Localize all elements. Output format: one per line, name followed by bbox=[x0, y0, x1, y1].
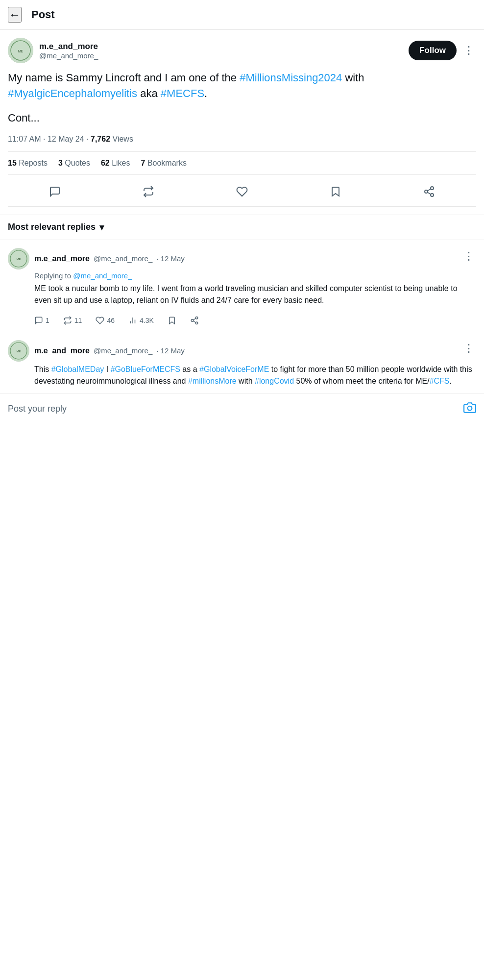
author-name[interactable]: m.e_and_more bbox=[39, 42, 98, 51]
likes-stat[interactable]: 62 Likes bbox=[101, 159, 130, 168]
reply-repost-count: 11 bbox=[74, 317, 82, 324]
stats-row: 15 Reposts 3 Quotes 62 Likes 7 Bookmarks bbox=[8, 151, 476, 175]
quotes-stat[interactable]: 3 Quotes bbox=[58, 159, 90, 168]
reposts-count: 15 bbox=[8, 159, 17, 167]
post-views-count: 7,762 bbox=[91, 135, 110, 143]
mention-link[interactable]: @me_and_more_ bbox=[73, 271, 132, 280]
share-action-button[interactable] bbox=[419, 182, 439, 201]
reply-author-info: m.e_and_more @me_and_more_ · 12 May bbox=[34, 254, 185, 263]
svg-point-5 bbox=[431, 194, 434, 196]
quotes-count: 3 bbox=[58, 159, 63, 167]
post-container: ME m.e_and_more @me_and_more_ Follow ⋮ M… bbox=[0, 30, 484, 215]
bookmark-action-button[interactable] bbox=[326, 182, 345, 201]
reply-actions: 1 11 46 4.3K bbox=[34, 312, 476, 332]
comment-icon bbox=[34, 316, 43, 325]
reply-avatar[interactable]: ME bbox=[8, 248, 29, 270]
repost-icon bbox=[63, 316, 72, 325]
camera-button[interactable] bbox=[463, 401, 476, 417]
follow-button[interactable]: Follow bbox=[409, 41, 457, 60]
svg-text:ME: ME bbox=[17, 350, 21, 353]
post-meta: 11:07 AM · 12 May 24 · 7,762 Views bbox=[8, 135, 476, 144]
reply-author-name[interactable]: m.e_and_more bbox=[34, 254, 90, 263]
reply-icon bbox=[49, 186, 61, 197]
hashtag-millionsmissing[interactable]: #MillionsMissing2024 bbox=[240, 72, 342, 84]
reply-2-author-name[interactable]: m.e_and_more bbox=[34, 346, 90, 355]
svg-text:ME: ME bbox=[17, 258, 21, 261]
svg-text:ME: ME bbox=[18, 49, 24, 53]
reply-author-left: ME m.e_and_more @me_and_more_ · 12 May bbox=[8, 248, 185, 270]
reply-handle[interactable]: @me_and_more_ bbox=[94, 254, 152, 263]
reposts-label: Reposts bbox=[19, 159, 48, 167]
reply-2-text: This #GlobalMEDay I #GoBlueForMECFS as a… bbox=[34, 364, 476, 387]
reply-share-button[interactable] bbox=[190, 316, 199, 325]
chevron-down-icon: ▾ bbox=[99, 222, 104, 233]
reply-2-date: · 12 May bbox=[156, 346, 185, 355]
replying-to: Replying to @me_and_more_ bbox=[34, 271, 476, 280]
reply-2-body: This #GlobalMEDay I #GoBlueForMECFS as a… bbox=[8, 364, 476, 387]
reply-action-button[interactable] bbox=[45, 182, 65, 201]
post-views-label: Views bbox=[113, 135, 133, 143]
author-right: Follow ⋮ bbox=[409, 41, 476, 60]
hashtag-mecfs[interactable]: #MECFS bbox=[161, 87, 204, 99]
author-handle[interactable]: @me_and_more_ bbox=[39, 51, 98, 60]
hashtag-millionsmore[interactable]: #millionsMore bbox=[188, 377, 237, 385]
quotes-label: Quotes bbox=[65, 159, 90, 167]
author-row: ME m.e_and_more @me_and_more_ Follow ⋮ bbox=[8, 38, 476, 63]
reply-comment-button[interactable]: 1 bbox=[34, 316, 49, 325]
filter-row[interactable]: Most relevant replies ▾ bbox=[0, 215, 484, 240]
post-time: 11:07 AM bbox=[8, 135, 41, 143]
camera-icon bbox=[463, 401, 476, 414]
bookmark-icon bbox=[168, 316, 176, 325]
author-info: m.e_and_more @me_and_more_ bbox=[39, 42, 98, 60]
reply-bookmark-button[interactable] bbox=[168, 316, 176, 325]
svg-point-14 bbox=[195, 317, 198, 319]
hashtag-goblue[interactable]: #GoBlueForMECFS bbox=[111, 365, 180, 373]
actions-row bbox=[8, 177, 476, 207]
reply-more-button[interactable]: ⋮ bbox=[461, 248, 476, 265]
reply-2-author-left: ME m.e_and_more @me_and_more_ · 12 May bbox=[8, 340, 185, 362]
svg-line-17 bbox=[193, 321, 195, 322]
post-date: 12 May 24 bbox=[48, 135, 84, 143]
svg-point-3 bbox=[431, 187, 434, 190]
hashtag-longcovid[interactable]: #longCovid bbox=[255, 377, 294, 385]
svg-point-15 bbox=[191, 319, 194, 321]
svg-point-22 bbox=[468, 406, 472, 410]
bookmarks-count: 7 bbox=[141, 159, 145, 167]
reply-2-author-info: m.e_and_more @me_and_more_ · 12 May bbox=[34, 346, 185, 355]
reply-views-count: 4.3K bbox=[140, 317, 154, 324]
post-reply-placeholder[interactable]: Post your reply bbox=[8, 404, 67, 414]
like-action-button[interactable] bbox=[232, 182, 252, 201]
post-cont-text: Cont... bbox=[8, 110, 476, 126]
back-button[interactable]: ← bbox=[8, 7, 22, 23]
svg-line-18 bbox=[193, 318, 195, 320]
reposts-stat[interactable]: 15 Reposts bbox=[8, 159, 48, 168]
reply-repost-button[interactable]: 11 bbox=[63, 316, 82, 325]
reply-like-button[interactable]: 46 bbox=[96, 316, 115, 325]
post-text: My name is Sammy Lincroft and I am one o… bbox=[8, 70, 476, 101]
views-icon bbox=[128, 316, 137, 325]
hashtag-me[interactable]: #MyalgicEncephalomyelitis bbox=[8, 87, 137, 99]
bookmarks-label: Bookmarks bbox=[147, 159, 187, 167]
more-options-button[interactable]: ⋮ bbox=[461, 42, 476, 59]
reply-like-count: 46 bbox=[107, 317, 115, 324]
svg-point-16 bbox=[195, 322, 198, 324]
reply-author-row: ME m.e_and_more @me_and_more_ · 12 May ⋮ bbox=[8, 248, 476, 270]
page-title: Post bbox=[31, 8, 55, 21]
author-left: ME m.e_and_more @me_and_more_ bbox=[8, 38, 98, 63]
reply-2-handle[interactable]: @me_and_more_ bbox=[94, 346, 152, 355]
post-reply-bar: Post your reply bbox=[0, 393, 484, 425]
hashtag-cfs[interactable]: #CFS bbox=[430, 377, 450, 385]
heart-icon bbox=[96, 316, 104, 325]
repost-icon bbox=[143, 186, 154, 197]
reply-2-avatar[interactable]: ME bbox=[8, 340, 29, 362]
avatar[interactable]: ME bbox=[8, 38, 33, 63]
bookmarks-stat[interactable]: 7 Bookmarks bbox=[141, 159, 187, 168]
hashtag-globalmday[interactable]: #GlobalMEDay bbox=[51, 365, 104, 373]
reply-views-button[interactable]: 4.3K bbox=[128, 316, 154, 325]
repost-action-button[interactable] bbox=[139, 182, 158, 201]
filter-label: Most relevant replies bbox=[8, 222, 96, 232]
reply-2-more-button[interactable]: ⋮ bbox=[461, 340, 476, 357]
hashtag-globalvoice[interactable]: #GlobalVoiceForME bbox=[199, 365, 269, 373]
reply-comment-count: 1 bbox=[46, 317, 49, 324]
likes-count: 62 bbox=[101, 159, 110, 167]
